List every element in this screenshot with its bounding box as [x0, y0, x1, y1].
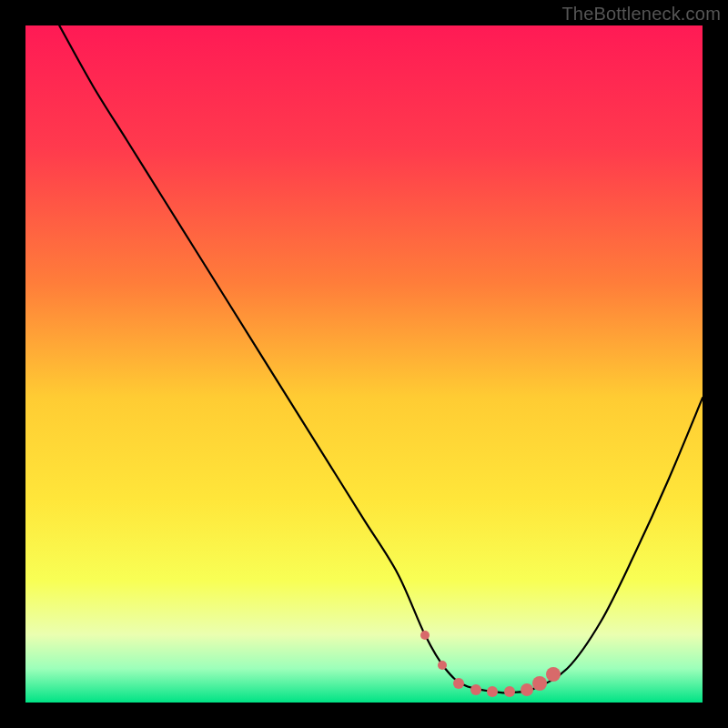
optimal-marker	[470, 684, 481, 695]
watermark-text: TheBottleneck.com	[561, 4, 721, 25]
optimal-marker	[420, 631, 430, 640]
optimal-marker	[532, 676, 547, 691]
optimal-marker	[546, 667, 561, 682]
optimal-marker	[487, 686, 498, 697]
optimal-marker	[438, 661, 447, 670]
plot-area	[25, 25, 703, 703]
optimal-marker	[521, 683, 533, 696]
marker-layer	[25, 25, 703, 703]
optimal-marker	[504, 686, 515, 697]
optimal-marker	[453, 678, 464, 689]
